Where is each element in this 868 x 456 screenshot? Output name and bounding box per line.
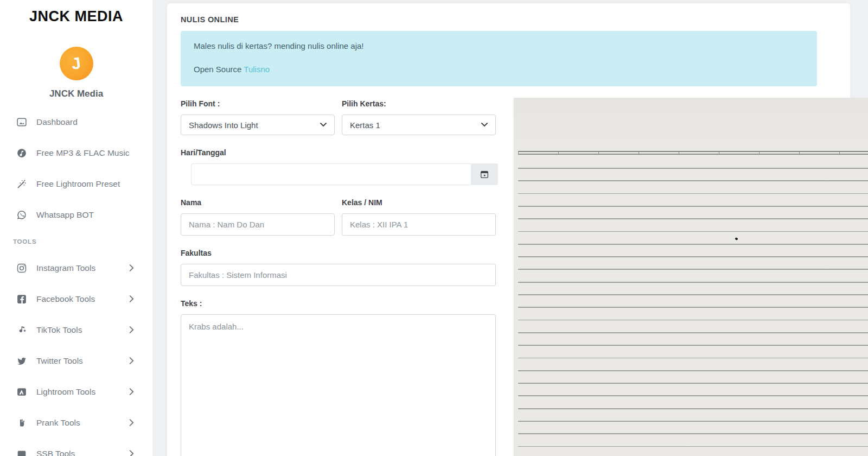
nama-label: Nama <box>181 198 335 207</box>
sidebar-item-whatsapp-bot[interactable]: Whatsapp BOT <box>0 199 152 230</box>
kertas-select[interactable]: Kertas 1 <box>342 115 496 135</box>
font-select[interactable]: Shadows Into Light <box>181 115 335 135</box>
brand-caption: JNCK Media <box>0 88 152 99</box>
sidebar-item-label: Free Lightroom Preset <box>36 179 120 189</box>
chevron-right-icon <box>129 326 134 333</box>
fakultas-input[interactable] <box>181 264 496 286</box>
chevron-right-icon <box>129 295 134 302</box>
chevron-right-icon <box>129 450 134 456</box>
info-banner: Males nulis di kertas? mending nulis onl… <box>181 31 817 86</box>
peace-hand-icon <box>16 417 27 428</box>
date-input-group <box>191 163 498 185</box>
date-label: Hari/Tanggal <box>181 148 496 157</box>
sidebar-item-free-preset[interactable]: Free Lightroom Preset <box>0 168 152 199</box>
chevron-right-icon <box>129 264 134 271</box>
nama-input[interactable] <box>181 213 335 236</box>
tools-section-header: TOOLS <box>0 230 152 252</box>
paper-header-rule <box>518 151 868 155</box>
tool-box-icon <box>16 448 27 456</box>
kelas-label: Kelas / NIM <box>342 198 496 207</box>
sidebar-item-tiktok-tools[interactable]: TikTok Tools <box>0 314 152 345</box>
brand-logo: J <box>60 47 93 80</box>
date-input[interactable] <box>191 163 471 185</box>
chevron-down-icon <box>320 123 327 127</box>
nulis-form: Pilih Font : Shadows Into Light Pilih Ke… <box>181 86 496 456</box>
sidebar-item-label: SSB Tools <box>36 449 75 456</box>
chevron-right-icon <box>129 419 134 426</box>
calendar-button[interactable] <box>471 163 498 185</box>
sidebar-item-lightroom-tools[interactable]: Lightroom Tools <box>0 376 152 407</box>
kertas-label: Pilih Kertas: <box>342 99 496 108</box>
calendar-icon <box>480 170 489 179</box>
sidebar-item-label: Twitter Tools <box>36 356 83 366</box>
chevron-right-icon <box>129 388 134 395</box>
sidebar-item-prank-tools[interactable]: Prank Tools <box>0 407 152 438</box>
teks-textarea[interactable] <box>181 314 496 456</box>
music-disc-icon <box>16 148 27 159</box>
music-note-plus-icon <box>16 325 27 335</box>
sidebar-item-label: TikTok Tools <box>36 325 82 335</box>
banner-text: Males nulis di kertas? mending nulis onl… <box>194 41 804 50</box>
dashboard-icon <box>16 117 27 128</box>
sidebar-nav: Dashboard Free MP3 & FLAC Music Free Lig… <box>0 106 152 456</box>
sidebar-item-label: Prank Tools <box>36 418 80 428</box>
sidebar-item-label: Dashboard <box>36 117 78 127</box>
chevron-down-icon <box>481 123 488 127</box>
kelas-input[interactable] <box>342 213 496 236</box>
font-select-value: Shadows Into Light <box>189 121 258 130</box>
fakultas-label: Fakultas <box>181 249 496 257</box>
sidebar-item-instagram-tools[interactable]: Instagram Tools <box>0 252 152 283</box>
paper-ruled-lines <box>518 168 868 456</box>
kertas-select-value: Kertas 1 <box>350 121 380 130</box>
logo-letter: J <box>71 54 82 73</box>
twitter-icon <box>16 356 27 366</box>
main-content-card: NULIS ONLINE Males nulis di kertas? mend… <box>167 3 850 456</box>
sidebar-item-label: Free MP3 & FLAC Music <box>36 148 129 158</box>
sidebar-item-label: Whatsapp BOT <box>36 210 94 220</box>
teks-label: Teks : <box>181 299 496 308</box>
sidebar-item-dashboard[interactable]: Dashboard <box>0 106 152 137</box>
paper-preview <box>514 98 868 456</box>
whatsapp-icon <box>16 210 27 220</box>
sidebar-item-label: Facebook Tools <box>36 294 95 304</box>
brand-title: JNCK MEDIA <box>0 0 152 25</box>
sidebar-item-free-mp3[interactable]: Free MP3 & FLAC Music <box>0 137 152 168</box>
magic-wand-icon <box>16 179 27 189</box>
page-title: NULIS ONLINE <box>181 15 850 24</box>
sidebar: JNCK MEDIA J JNCK Media Dashboard Free M… <box>0 0 152 456</box>
open-source-text: Open Source <box>194 65 241 74</box>
sidebar-item-ssb-tools[interactable]: SSB Tools <box>0 438 152 456</box>
sidebar-item-facebook-tools[interactable]: Facebook Tools <box>0 283 152 314</box>
sidebar-item-label: Instagram Tools <box>36 263 95 273</box>
font-label: Pilih Font : <box>181 99 335 108</box>
facebook-icon <box>16 294 27 305</box>
lightroom-icon <box>16 387 27 397</box>
sidebar-item-label: Lightroom Tools <box>36 387 95 397</box>
tulisno-link[interactable]: Tulisno <box>244 65 270 74</box>
instagram-icon <box>16 263 27 274</box>
chevron-right-icon <box>129 357 134 364</box>
sidebar-item-twitter-tools[interactable]: Twitter Tools <box>0 345 152 376</box>
